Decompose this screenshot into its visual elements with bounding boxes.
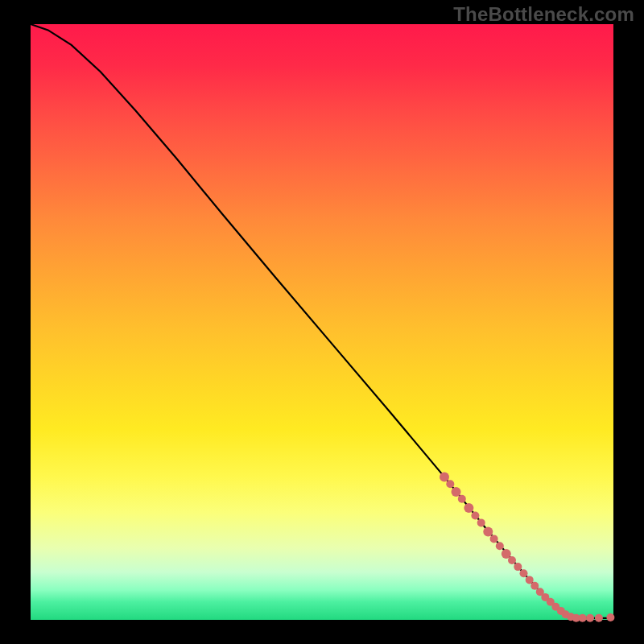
data-point [606,613,614,621]
data-point [595,614,603,622]
chart-frame: TheBottleneck.com [0,0,644,644]
data-point [490,535,498,543]
data-point [471,512,479,520]
data-point [446,480,454,488]
data-point [514,563,522,571]
plot-area [31,24,613,620]
watermark-text: TheBottleneck.com [453,3,634,26]
data-point [458,495,466,503]
marker-group [440,472,614,621]
data-point [579,614,587,622]
data-point [496,542,504,550]
data-point [452,487,461,497]
chart-svg [31,24,613,620]
data-point [464,503,473,513]
data-point [483,527,493,537]
data-point [440,472,449,481]
data-point [508,556,516,564]
data-point [520,569,528,577]
curve-line [31,24,613,618]
data-point [586,614,594,622]
data-point [477,518,485,526]
